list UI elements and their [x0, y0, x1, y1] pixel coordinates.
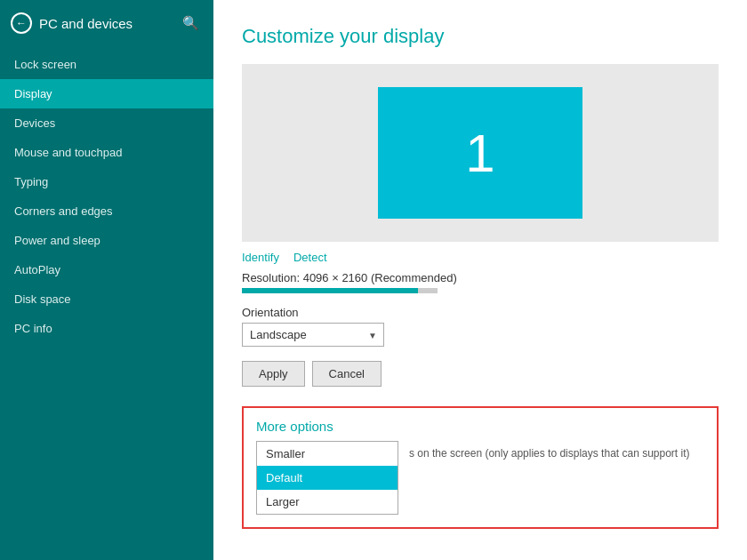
sidebar: ← PC and devices 🔍 Lock screen Display D…	[0, 0, 213, 560]
sidebar-title: PC and devices	[39, 16, 133, 31]
sidebar-item-devices[interactable]: Devices	[0, 108, 213, 138]
monitor-number: 1	[465, 123, 494, 184]
orientation-select[interactable]: Landscape Portrait Landscape (flipped) P…	[242, 323, 384, 347]
buttons-row: Apply Cancel	[242, 361, 719, 387]
more-options-container: More options Smaller Default Larger s on…	[242, 406, 719, 529]
identify-link[interactable]: Identify	[242, 251, 279, 264]
cancel-button[interactable]: Cancel	[312, 361, 382, 387]
resolution-label: Resolution: 4096 × 2160 (Recommended)	[242, 271, 719, 284]
size-option-default[interactable]: Default	[257, 466, 398, 490]
sidebar-item-lock-screen[interactable]: Lock screen	[0, 50, 213, 79]
resolution-bar	[242, 288, 438, 293]
detect-link[interactable]: Detect	[293, 251, 327, 264]
resolution-bar-fill	[242, 288, 418, 293]
back-button[interactable]: ←	[11, 12, 32, 34]
links-row: Identify Detect	[242, 251, 719, 264]
page-title: Customize your display	[242, 25, 719, 48]
size-option-smaller[interactable]: Smaller	[257, 442, 398, 466]
sidebar-item-display[interactable]: Display	[0, 79, 213, 108]
back-icon: ←	[16, 17, 27, 29]
sidebar-item-corners-edges[interactable]: Corners and edges	[0, 196, 213, 226]
main-content: Customize your display 1 Identify Detect…	[213, 0, 747, 560]
monitor-preview: 1	[242, 64, 719, 242]
apply-button[interactable]: Apply	[242, 361, 305, 387]
monitor-box: 1	[378, 87, 582, 219]
orientation-label: Orientation	[242, 306, 719, 319]
sidebar-item-pc-info[interactable]: PC info	[0, 314, 213, 343]
sidebar-item-power-sleep[interactable]: Power and sleep	[0, 226, 213, 255]
orientation-select-wrapper: Landscape Portrait Landscape (flipped) P…	[242, 323, 384, 347]
sidebar-header: ← PC and devices 🔍	[0, 0, 213, 46]
sidebar-item-disk-space[interactable]: Disk space	[0, 284, 213, 314]
sidebar-item-autoplay[interactable]: AutoPlay	[0, 255, 213, 284]
sidebar-item-typing[interactable]: Typing	[0, 167, 213, 196]
search-icon[interactable]: 🔍	[182, 15, 199, 31]
more-options-title: More options	[256, 419, 704, 434]
size-option-larger[interactable]: Larger	[257, 490, 398, 514]
sidebar-nav: Lock screen Display Devices Mouse and to…	[0, 50, 213, 343]
sidebar-item-mouse-touchpad[interactable]: Mouse and touchpad	[0, 138, 213, 167]
size-dropdown-list: Smaller Default Larger	[256, 441, 398, 515]
more-options-content: Smaller Default Larger s on the screen (…	[256, 441, 704, 515]
more-options-description: s on the screen (only applies to display…	[409, 446, 704, 461]
